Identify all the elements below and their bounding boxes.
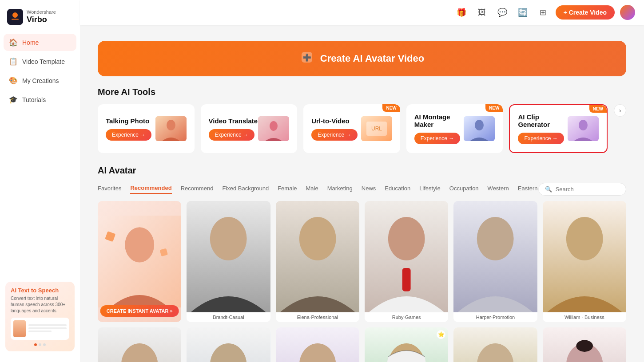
my-creations-icon: 🎨 [9,76,18,85]
tool-ai-clip-left: AI Clip Generator Experience → [518,113,568,144]
avatar-search-box[interactable]: 🔍 [538,183,626,196]
svg-text:URL: URL [371,126,382,132]
avatar-harper[interactable]: Harper-Promotion [453,201,537,322]
talking-photo-exp-btn[interactable]: Experience → [106,129,151,141]
search-input[interactable] [556,186,620,193]
tab-western[interactable]: Western [488,185,509,193]
ai-tts-card[interactable]: AI Text to Speech Convert text into natu… [5,282,75,351]
refresh-icon[interactable]: 🔄 [516,5,530,20]
video-template-icon: 📋 [9,57,18,66]
url-to-video-exp-btn[interactable]: Experience → [311,129,357,141]
tts-line-2 [28,327,67,329]
create-instant-bg [98,201,181,322]
sidebar-bottom: AI Text to Speech Convert text into natu… [0,276,80,357]
avatar-chloe[interactable]: Chloe-Elegant [98,327,181,362]
william-name: William - Business [543,312,626,322]
sidebar-item-my-creations[interactable]: 🎨 My Creations [4,72,76,89]
ai-montage-exp-btn[interactable]: Experience → [414,133,460,144]
tool-video-translate-name: Video Translate [209,117,258,125]
tts-line-3 [28,331,52,332]
tab-fixed-background[interactable]: Fixed Background [222,185,269,193]
logo: Wondershare Virbo [0,5,80,34]
tab-male[interactable]: Male [306,185,318,193]
svg-point-21 [210,217,247,260]
ai-clip-thumb [568,116,599,141]
ai-tools-grid: Talking Photo Experience → Video Transla… [98,104,626,153]
elena-name: Elena-Professional [276,312,359,322]
avatar-tabs: Favorites Recommended Recommend Fixed Ba… [98,185,538,194]
chat-icon[interactable]: 💬 [495,5,509,20]
sidebar-item-video-template-label: Video Template [22,58,65,65]
avatar-section-title: AI Avatar [98,165,626,176]
tts-lines [28,324,67,334]
gift-icon[interactable]: 🎁 [454,5,469,20]
url-to-video-thumb: URL [361,116,392,141]
home-icon: 🏠 [9,38,18,47]
tts-dot-1 [34,343,37,346]
ruby-formal-img [276,327,359,362]
avatar-mina[interactable]: Mina - Hanfu [543,327,626,362]
ai-clip-exp-btn[interactable]: Experience → [518,133,564,144]
tab-female[interactable]: Female [278,185,297,193]
sidebar-item-video-template[interactable]: 📋 Video Template [4,53,76,70]
logo-text: Wondershare Virbo [27,9,56,25]
ai-tools-chevron[interactable]: › [614,104,626,117]
tab-lifestyle[interactable]: Lifestyle [419,185,441,193]
grid-icon[interactable]: ⊞ [536,5,550,20]
logo-icon [7,9,23,25]
tool-url-to-video[interactable]: NEW Url-to-Video Experience → URL [303,104,400,153]
tts-dots [11,343,69,346]
tool-talking-photo-left: Talking Photo Experience → [106,117,151,141]
brandt-img [187,201,270,312]
svg-point-23 [299,217,336,260]
svg-rect-26 [402,268,411,291]
talking-photo-thumb [155,116,187,141]
avatar-ruby-formal[interactable]: Ruby-Formal [276,327,359,362]
avatar-ruby-games[interactable]: Ruby-Games [365,201,448,322]
create-video-button[interactable]: + Create Video [556,5,615,20]
avatar-elena[interactable]: Elena-Professional [276,201,359,322]
svg-point-30 [566,217,603,260]
url-to-video-new-badge: NEW [382,104,400,112]
tool-ai-clip[interactable]: NEW AI Clip Generator Experience → [509,104,608,153]
image-icon[interactable]: 🖼 [475,5,489,20]
svg-point-15 [579,120,588,130]
tab-recommended[interactable]: Recommended [130,185,171,194]
avatar-arjun[interactable]: ⭐ Arjun - Araber [365,327,448,362]
sidebar-nav: 🏠 Home 📋 Video Template 🎨 My Creations 🎓… [0,34,80,108]
elena-img [276,201,359,312]
avatar-brandt[interactable]: Brandt-Casual [187,201,270,322]
tab-occupation[interactable]: Occupation [449,185,479,193]
sidebar-item-home-label: Home [22,39,39,46]
tool-video-translate[interactable]: Video Translate Experience → [201,104,298,153]
avatar-giulia[interactable]: Giulia-Business [187,327,270,362]
tts-desc: Convert text into natural human speech a… [11,295,69,314]
tab-eastern[interactable]: Eastern [518,185,538,193]
tab-news[interactable]: News [362,185,376,193]
banner[interactable]: ➕ Create AI Avatar Video [98,41,626,76]
william-img [543,201,626,312]
create-instant-btn[interactable]: CREATE INSTANT AVATAR » [100,305,179,317]
sidebar-item-tutorials[interactable]: 🎓 Tutorials [4,91,76,108]
sidebar-item-tutorials-label: Tutorials [22,96,46,103]
tool-ai-clip-name: AI Clip Generator [518,113,568,128]
ai-clip-new-badge: NEW [589,105,607,113]
tts-mockup [11,318,69,340]
create-instant-avatar-card[interactable]: CREATE INSTANT AVATAR » [98,201,181,322]
tool-talking-photo[interactable]: Talking Photo Experience → [98,104,195,153]
tab-marketing[interactable]: Marketing [327,185,353,193]
brand-top: Wondershare [27,9,56,15]
tab-recommend[interactable]: Recommend [181,185,214,193]
svg-point-13 [475,120,484,130]
tts-title: AI Text to Speech [11,287,69,294]
sidebar-item-home[interactable]: 🏠 Home [4,34,76,51]
arjun-img [365,327,448,362]
video-translate-exp-btn[interactable]: Experience → [209,129,254,141]
avatar-gabriel[interactable]: Gabriel-Business [453,327,537,362]
video-translate-thumb [258,116,289,141]
tab-favorites[interactable]: Favorites [98,185,121,193]
tool-ai-montage[interactable]: NEW AI Montage Maker Experience → [406,104,503,153]
avatar-william[interactable]: William - Business [543,201,626,322]
user-avatar[interactable] [620,5,635,20]
tab-education[interactable]: Education [385,185,410,193]
